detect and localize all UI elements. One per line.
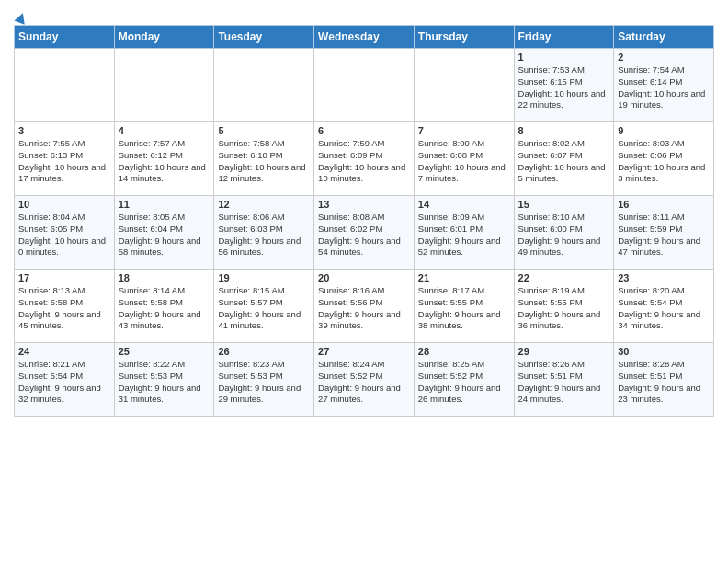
day-number: 25 — [119, 346, 210, 357]
day-info: Sunrise: 7:55 AM Sunset: 6:13 PM Dayligh… — [18, 138, 110, 185]
page-header — [14, 9, 714, 19]
calendar-week-row: 17Sunrise: 8:13 AM Sunset: 5:58 PM Dayli… — [15, 270, 714, 343]
day-number: 9 — [618, 125, 710, 136]
day-number: 23 — [618, 272, 710, 283]
day-number: 20 — [318, 272, 410, 283]
calendar-cell: 5Sunrise: 7:58 AM Sunset: 6:10 PM Daylig… — [214, 122, 314, 196]
logo — [14, 13, 27, 19]
calendar-cell: 8Sunrise: 8:02 AM Sunset: 6:07 PM Daylig… — [514, 122, 614, 196]
day-info: Sunrise: 8:20 AM Sunset: 5:54 PM Dayligh… — [618, 285, 710, 332]
calendar-week-row: 1Sunrise: 7:53 AM Sunset: 6:15 PM Daylig… — [15, 49, 714, 122]
day-number: 28 — [418, 346, 510, 357]
day-info: Sunrise: 8:08 AM Sunset: 6:02 PM Dayligh… — [318, 212, 410, 259]
day-info: Sunrise: 8:19 AM Sunset: 5:55 PM Dayligh… — [518, 285, 610, 332]
calendar-week-row: 24Sunrise: 8:21 AM Sunset: 5:54 PM Dayli… — [15, 343, 714, 417]
calendar-cell — [15, 49, 115, 122]
day-number: 27 — [318, 346, 410, 357]
day-number: 21 — [418, 272, 510, 283]
calendar-cell: 6Sunrise: 7:59 AM Sunset: 6:09 PM Daylig… — [314, 122, 415, 196]
day-number: 26 — [218, 346, 310, 357]
calendar-cell: 30Sunrise: 8:28 AM Sunset: 5:51 PM Dayli… — [614, 343, 714, 417]
calendar-cell: 2Sunrise: 7:54 AM Sunset: 6:14 PM Daylig… — [614, 49, 714, 122]
day-info: Sunrise: 7:59 AM Sunset: 6:09 PM Dayligh… — [318, 138, 410, 185]
calendar-cell: 10Sunrise: 8:04 AM Sunset: 6:05 PM Dayli… — [15, 196, 115, 270]
calendar-cell: 21Sunrise: 8:17 AM Sunset: 5:55 PM Dayli… — [414, 270, 514, 343]
day-info: Sunrise: 8:05 AM Sunset: 6:04 PM Dayligh… — [119, 212, 210, 259]
day-number: 12 — [218, 199, 310, 210]
day-number: 19 — [218, 272, 310, 283]
day-info: Sunrise: 7:58 AM Sunset: 6:10 PM Dayligh… — [218, 138, 310, 185]
calendar-cell: 18Sunrise: 8:14 AM Sunset: 5:58 PM Dayli… — [114, 270, 214, 343]
day-info: Sunrise: 8:02 AM Sunset: 6:07 PM Dayligh… — [518, 138, 610, 185]
calendar-cell: 12Sunrise: 8:06 AM Sunset: 6:03 PM Dayli… — [214, 196, 314, 270]
weekday-header-monday: Monday — [114, 26, 214, 49]
day-info: Sunrise: 8:22 AM Sunset: 5:53 PM Dayligh… — [119, 359, 210, 406]
calendar-cell: 25Sunrise: 8:22 AM Sunset: 5:53 PM Dayli… — [114, 343, 214, 417]
day-info: Sunrise: 7:53 AM Sunset: 6:15 PM Dayligh… — [518, 64, 610, 111]
day-number: 11 — [119, 199, 210, 210]
weekday-header-tuesday: Tuesday — [214, 26, 314, 49]
day-info: Sunrise: 8:28 AM Sunset: 5:51 PM Dayligh… — [618, 359, 710, 406]
day-info: Sunrise: 8:24 AM Sunset: 5:52 PM Dayligh… — [318, 359, 410, 406]
calendar-cell: 29Sunrise: 8:26 AM Sunset: 5:51 PM Dayli… — [514, 343, 614, 417]
day-info: Sunrise: 7:54 AM Sunset: 6:14 PM Dayligh… — [618, 64, 710, 111]
day-info: Sunrise: 8:03 AM Sunset: 6:06 PM Dayligh… — [618, 138, 710, 185]
day-info: Sunrise: 8:04 AM Sunset: 6:05 PM Dayligh… — [18, 212, 110, 259]
day-info: Sunrise: 8:09 AM Sunset: 6:01 PM Dayligh… — [418, 212, 510, 259]
calendar-cell: 16Sunrise: 8:11 AM Sunset: 5:59 PM Dayli… — [614, 196, 714, 270]
logo-triangle-icon — [14, 11, 28, 24]
day-info: Sunrise: 8:17 AM Sunset: 5:55 PM Dayligh… — [418, 285, 510, 332]
calendar-table: SundayMondayTuesdayWednesdayThursdayFrid… — [14, 25, 714, 417]
day-info: Sunrise: 8:15 AM Sunset: 5:57 PM Dayligh… — [218, 285, 310, 332]
weekday-header-thursday: Thursday — [414, 26, 514, 49]
calendar-cell: 14Sunrise: 8:09 AM Sunset: 6:01 PM Dayli… — [414, 196, 514, 270]
calendar-cell: 1Sunrise: 7:53 AM Sunset: 6:15 PM Daylig… — [514, 49, 614, 122]
day-info: Sunrise: 7:57 AM Sunset: 6:12 PM Dayligh… — [119, 138, 210, 185]
day-number: 7 — [418, 125, 510, 136]
calendar-cell — [214, 49, 314, 122]
day-info: Sunrise: 8:11 AM Sunset: 5:59 PM Dayligh… — [618, 212, 710, 259]
calendar-cell: 19Sunrise: 8:15 AM Sunset: 5:57 PM Dayli… — [214, 270, 314, 343]
day-number: 2 — [618, 52, 710, 63]
day-info: Sunrise: 8:10 AM Sunset: 6:00 PM Dayligh… — [518, 212, 610, 259]
calendar-cell: 11Sunrise: 8:05 AM Sunset: 6:04 PM Dayli… — [114, 196, 214, 270]
calendar-cell: 7Sunrise: 8:00 AM Sunset: 6:08 PM Daylig… — [414, 122, 514, 196]
day-number: 22 — [518, 272, 610, 283]
day-number: 3 — [18, 125, 110, 136]
calendar-cell: 4Sunrise: 7:57 AM Sunset: 6:12 PM Daylig… — [114, 122, 214, 196]
day-number: 18 — [119, 272, 210, 283]
calendar-cell: 24Sunrise: 8:21 AM Sunset: 5:54 PM Dayli… — [15, 343, 115, 417]
calendar-cell: 20Sunrise: 8:16 AM Sunset: 5:56 PM Dayli… — [314, 270, 415, 343]
day-info: Sunrise: 8:26 AM Sunset: 5:51 PM Dayligh… — [518, 359, 610, 406]
day-number: 6 — [318, 125, 410, 136]
day-info: Sunrise: 8:00 AM Sunset: 6:08 PM Dayligh… — [418, 138, 510, 185]
day-info: Sunrise: 8:21 AM Sunset: 5:54 PM Dayligh… — [18, 359, 110, 406]
day-number: 15 — [518, 199, 610, 210]
day-info: Sunrise: 8:13 AM Sunset: 5:58 PM Dayligh… — [18, 285, 110, 332]
weekday-header-sunday: Sunday — [15, 26, 115, 49]
day-number: 8 — [518, 125, 610, 136]
calendar-week-row: 3Sunrise: 7:55 AM Sunset: 6:13 PM Daylig… — [15, 122, 714, 196]
calendar-cell: 17Sunrise: 8:13 AM Sunset: 5:58 PM Dayli… — [15, 270, 115, 343]
calendar-cell: 9Sunrise: 8:03 AM Sunset: 6:06 PM Daylig… — [614, 122, 714, 196]
day-number: 16 — [618, 199, 710, 210]
day-number: 4 — [119, 125, 210, 136]
calendar-cell: 15Sunrise: 8:10 AM Sunset: 6:00 PM Dayli… — [514, 196, 614, 270]
day-number: 10 — [18, 199, 110, 210]
day-number: 1 — [518, 52, 610, 63]
day-number: 24 — [18, 346, 110, 357]
day-number: 13 — [318, 199, 410, 210]
day-number: 17 — [18, 272, 110, 283]
weekday-header-wednesday: Wednesday — [314, 26, 415, 49]
calendar-cell — [414, 49, 514, 122]
calendar-cell — [114, 49, 214, 122]
calendar-cell: 23Sunrise: 8:20 AM Sunset: 5:54 PM Dayli… — [614, 270, 714, 343]
day-number: 14 — [418, 199, 510, 210]
calendar-cell: 3Sunrise: 7:55 AM Sunset: 6:13 PM Daylig… — [15, 122, 115, 196]
weekday-header-saturday: Saturday — [614, 26, 714, 49]
calendar-week-row: 10Sunrise: 8:04 AM Sunset: 6:05 PM Dayli… — [15, 196, 714, 270]
calendar-cell: 27Sunrise: 8:24 AM Sunset: 5:52 PM Dayli… — [314, 343, 415, 417]
day-number: 5 — [218, 125, 310, 136]
weekday-header-row: SundayMondayTuesdayWednesdayThursdayFrid… — [15, 26, 714, 49]
day-info: Sunrise: 8:16 AM Sunset: 5:56 PM Dayligh… — [318, 285, 410, 332]
